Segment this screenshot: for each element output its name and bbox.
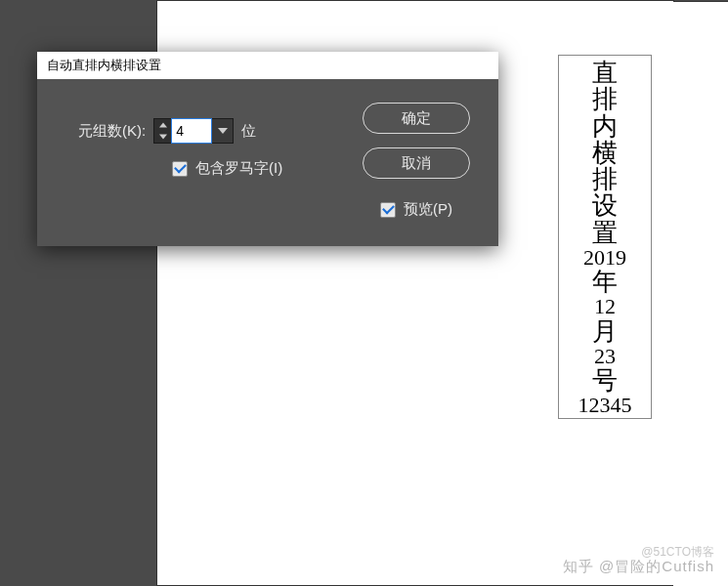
roman-checkbox[interactable] <box>172 161 188 177</box>
v-month: 12 <box>594 295 616 317</box>
ok-button[interactable]: 确定 <box>363 103 470 134</box>
group-count-unit: 位 <box>241 122 256 141</box>
v-char: 内 <box>592 113 618 140</box>
group-count-row: 元组数(K): 位 <box>78 118 348 144</box>
v-char: 直 <box>592 60 618 86</box>
spinner-arrows <box>153 118 171 144</box>
preview-row: 预览(P) <box>380 200 452 219</box>
dialog-body: 元组数(K): 位 <box>37 79 498 246</box>
v-day: 23 <box>594 345 616 367</box>
group-count-input[interactable] <box>171 118 212 144</box>
v-char: 月 <box>592 318 618 345</box>
group-count-dropdown[interactable] <box>212 118 234 144</box>
group-count-label: 元组数(K): <box>78 122 146 141</box>
v-char: 年 <box>592 269 618 295</box>
v-number: 12345 <box>578 394 632 416</box>
group-count-spinner <box>153 118 234 144</box>
vertical-text-frame: 直 排 内 横 排 设 置 2019 年 12 月 23 号 12345 <box>558 55 652 419</box>
tatechuyoko-dialog: 自动直排内横排设置 元组数(K): <box>37 52 498 246</box>
chevron-down-icon <box>218 128 228 134</box>
preview-checkbox-label: 预览(P) <box>404 200 452 219</box>
v-char: 排 <box>592 86 618 112</box>
v-year: 2019 <box>583 246 626 269</box>
v-char: 置 <box>592 220 618 246</box>
spinner-up-button[interactable] <box>154 119 171 131</box>
v-char: 设 <box>592 192 618 219</box>
cancel-button[interactable]: 取消 <box>363 147 470 179</box>
dialog-left: 元组数(K): 位 <box>51 97 348 219</box>
ok-button-label: 确定 <box>402 109 431 128</box>
roman-checkbox-label: 包含罗马字(I) <box>195 159 282 178</box>
v-char: 横 <box>592 140 618 166</box>
v-char: 排 <box>592 166 618 192</box>
dialog-right: 确定 取消 预览(P) <box>348 97 485 219</box>
preview-checkbox[interactable] <box>380 202 396 218</box>
chevron-up-icon <box>159 122 167 128</box>
spinner-down-button[interactable] <box>154 131 171 143</box>
cancel-button-label: 取消 <box>402 154 431 173</box>
chevron-down-icon <box>159 134 167 140</box>
dialog-title: 自动直排内横排设置 <box>37 52 498 79</box>
v-char: 号 <box>592 367 618 394</box>
roman-checkbox-row: 包含罗马字(I) <box>78 159 348 178</box>
